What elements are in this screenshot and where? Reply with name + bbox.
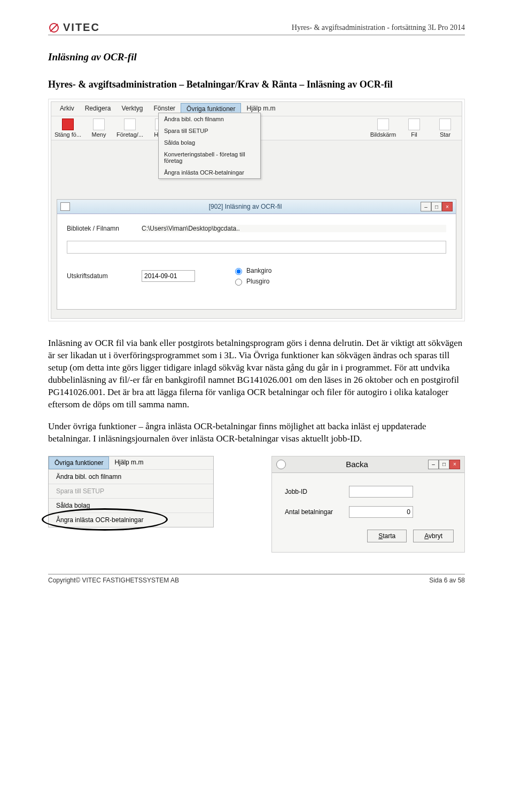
backa-minimize-button[interactable]: – xyxy=(428,460,439,469)
child-window-titlebar: [902] Inläsning av OCR-fil – □ × xyxy=(57,200,456,214)
window-close-button[interactable]: × xyxy=(442,202,453,211)
backa-title-text: Backa xyxy=(286,460,428,469)
menu-icon xyxy=(93,119,105,130)
dropdown-item-konverteringstabell[interactable]: Konverteringstabell - företag till föret… xyxy=(159,148,260,167)
window-maximize-button[interactable]: □ xyxy=(431,202,442,211)
dropdown-item-angra-ocr[interactable]: Ångra inlästa OCR-betalningar xyxy=(159,167,260,178)
jobb-id-input[interactable] xyxy=(349,486,413,498)
radio-bankgiro-input[interactable] xyxy=(235,268,242,275)
menu2-hjalp[interactable]: Hjälp m.m xyxy=(109,456,149,469)
menu-redigera[interactable]: Redigera xyxy=(80,103,116,115)
menu2-item-andra-bibl[interactable]: Ändra bibl. och filnamn xyxy=(49,469,213,484)
section-title: Inläsning av OCR-fil xyxy=(48,51,465,63)
radio-plusgiro[interactable]: Plusgiro xyxy=(232,277,302,286)
dropdown-item-spara-setup[interactable]: Spara till SETUP xyxy=(159,125,260,137)
menu-verktyg[interactable]: Verktyg xyxy=(116,103,148,115)
footer-copyright: Copyright© VITEC FASTIGHETSSYSTEM AB xyxy=(48,577,179,584)
figure-backa-dialog: Backa – □ × Jobb-ID Antal betalningar St… xyxy=(271,456,465,553)
toolbar-start-button[interactable]: Star xyxy=(430,119,461,138)
path-value: C:\Users\Viman\Desktop\bgcdata.. xyxy=(142,225,446,232)
section-subtitle: Hyres- & avgiftsadministration – Betalni… xyxy=(48,79,465,90)
toolbar-fil-button[interactable]: Fil xyxy=(399,119,430,138)
screen-icon xyxy=(377,119,389,130)
dropdown-item-salda-bolag[interactable]: Sålda bolag xyxy=(159,137,260,148)
figure-app-main: Arkiv Redigera Verktyg Fönster Övriga fu… xyxy=(48,99,465,321)
figure-menu-ovriga: Övriga funktioner Hjälp m.m Ändra bibl. … xyxy=(48,456,214,527)
avbryt-button[interactable]: Avbryt xyxy=(413,530,454,542)
window-minimize-button[interactable]: – xyxy=(421,202,431,211)
close-icon xyxy=(62,119,74,130)
jobb-id-label: Jobb-ID xyxy=(285,488,344,495)
footer-page-number: Sida 6 av 58 xyxy=(429,577,465,584)
body-paragraph-1: Inläsning av OCR fil via bank eller post… xyxy=(48,337,465,411)
file-row-empty xyxy=(67,241,446,254)
page-footer: Copyright© VITEC FASTIGHETSSYSTEM AB Sid… xyxy=(48,574,465,584)
menu2-ovriga[interactable]: Övriga funktioner xyxy=(49,456,109,469)
starta-button[interactable]: Starta xyxy=(367,530,407,542)
backa-maximize-button[interactable]: □ xyxy=(439,460,449,469)
path-label: Bibliotek / Filnamn xyxy=(67,225,136,232)
menu2-item-spara-setup: Spara till SETUP xyxy=(49,484,213,498)
start-icon xyxy=(439,119,451,130)
logo-icon xyxy=(48,22,60,34)
file-icon xyxy=(408,119,420,130)
window-icon xyxy=(60,202,70,211)
menu-arkiv[interactable]: Arkiv xyxy=(55,103,80,115)
toolbar-foretag-button[interactable]: Företag/... xyxy=(114,119,145,138)
child-window-title: [902] Inläsning av OCR-fil xyxy=(70,203,421,210)
utskriftsdatum-input[interactable] xyxy=(142,270,195,282)
body-paragraph-2: Under övriga funktioner – ångra inlästa … xyxy=(48,421,465,445)
radio-bankgiro[interactable]: Bankgiro xyxy=(232,266,302,275)
dropdown-item-andra-bibl[interactable]: Ändra bibl. och filnamn xyxy=(159,113,260,125)
toolbar-close-button[interactable]: Stäng fö... xyxy=(52,119,83,138)
highlight-ellipse-annotation xyxy=(42,508,168,531)
toolbar-menu-button[interactable]: Meny xyxy=(83,119,114,138)
date-label: Utskriftsdatum xyxy=(67,272,136,280)
toolbar-bildskarm-button[interactable]: Bildskärm xyxy=(368,119,399,138)
company-icon xyxy=(124,119,136,130)
antal-betalningar-label: Antal betalningar xyxy=(285,508,344,516)
backa-close-button[interactable]: × xyxy=(449,460,460,469)
page-header: VITEC Hyres- & avgiftsadministration - f… xyxy=(48,21,465,35)
antal-betalningar-input[interactable] xyxy=(349,506,413,518)
brand-name: VITEC xyxy=(63,21,100,34)
brand-logo: VITEC xyxy=(48,21,100,34)
backa-window-icon xyxy=(276,460,286,469)
radio-plusgiro-input[interactable] xyxy=(235,279,242,286)
doc-header-title: Hyres- & avgiftsadministration - fortsät… xyxy=(292,23,465,32)
ovriga-funktioner-dropdown: Ändra bibl. och filnamn Spara till SETUP… xyxy=(158,113,261,179)
